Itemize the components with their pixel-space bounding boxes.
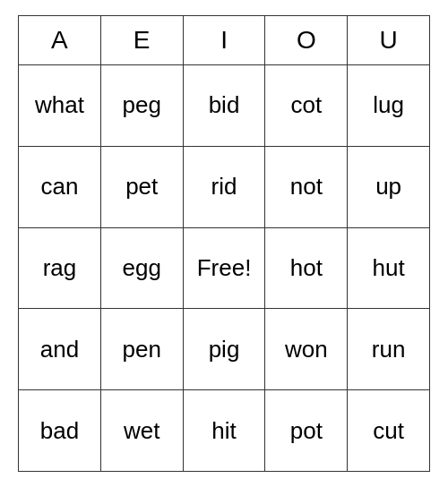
cell-r1-c2: rid [183,146,265,227]
cell-r0-c2: bid [183,65,265,147]
header-col-e: E [100,16,183,65]
cell-r4-c0: bad [19,390,101,472]
cell-r4-c2: hit [183,390,265,472]
header-col-u: U [348,16,430,65]
cell-r4-c3: pot [265,390,348,472]
header-col-o: O [265,16,348,65]
bingo-board: AEIOU whatpegbidcotlugcanpetridnotuprage… [0,0,448,487]
table-row: canpetridnotup [19,146,430,227]
cell-r0-c3: cot [265,65,348,147]
cell-r1-c0: can [19,146,101,227]
cell-r3-c3: won [265,309,348,390]
cell-r0-c0: what [19,65,101,147]
cell-r3-c2: pig [183,309,265,390]
bingo-body: whatpegbidcotlugcanpetridnotuprageggFree… [19,65,430,472]
header-row: AEIOU [19,16,430,65]
cell-r0-c4: lug [348,65,430,147]
table-row: whatpegbidcotlug [19,65,430,147]
cell-r2-c2: Free! [183,227,265,309]
cell-r1-c1: pet [100,146,183,227]
cell-r2-c0: rag [19,227,101,309]
cell-r2-c1: egg [100,227,183,309]
header-col-a: A [19,16,101,65]
table-row: badwethitpotcut [19,390,430,472]
header-col-i: I [183,16,265,65]
cell-r3-c1: pen [100,309,183,390]
table-row: rageggFree!hothut [19,227,430,309]
bingo-table: AEIOU whatpegbidcotlugcanpetridnotuprage… [18,15,430,472]
table-row: andpenpigwonrun [19,309,430,390]
cell-r4-c4: cut [348,390,430,472]
cell-r2-c4: hut [348,227,430,309]
bingo-header: AEIOU [19,16,430,65]
cell-r1-c4: up [348,146,430,227]
cell-r1-c3: not [265,146,348,227]
cell-r2-c3: hot [265,227,348,309]
cell-r3-c4: run [348,309,430,390]
cell-r4-c1: wet [100,390,183,472]
cell-r0-c1: peg [100,65,183,147]
cell-r3-c0: and [19,309,101,390]
